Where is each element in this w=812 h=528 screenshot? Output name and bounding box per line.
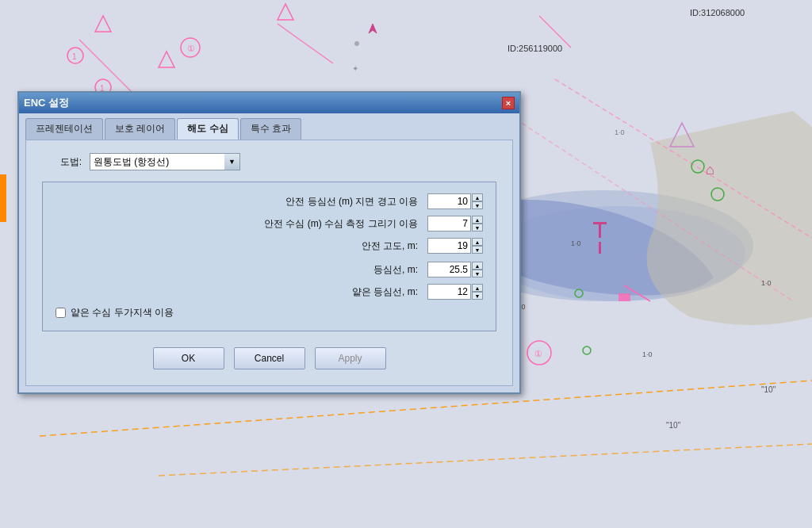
tab-presentation[interactable]: 프레젠테이션 [25,118,103,140]
field-row-1: 안전 등심선 (m) 지면 경고 이용 ▲ ▼ [56,193,483,209]
tab-protection-layer[interactable]: 보호 레이어 [105,118,175,140]
dialog-content: 도법: 원통도법 (항정선) ▼ 안전 등심선 (m) 지면 경고 이용 ▲ ▼ [25,140,513,386]
spin-down-4[interactable]: ▼ [472,270,483,277]
spin-group-1: ▲ ▼ [427,193,483,209]
svg-text:"10": "10" [761,385,776,394]
spin-group-5: ▲ ▼ [427,284,483,300]
field-label-4: 등심선, m: [56,263,427,277]
spin-down-1[interactable]: ▼ [472,201,483,209]
field-row-5: 얕은 등심선, m: ▲ ▼ [56,284,483,300]
main-fields-section: 안전 등심선 (m) 지면 경고 이용 ▲ ▼ 안전 수심 (m) 수심 측정 … [42,182,496,331]
svg-text:"10": "10" [666,421,681,430]
spin-buttons-2: ▲ ▼ [472,216,483,231]
map-id-label-1: ID:256119000 [508,44,562,53]
ok-button[interactable]: OK [153,347,224,369]
spin-up-1[interactable]: ▲ [472,193,483,201]
spin-buttons-4: ▲ ▼ [472,262,483,277]
svg-text:1·0: 1·0 [761,279,772,287]
spin-up-3[interactable]: ▲ [472,238,483,246]
spin-down-5[interactable]: ▼ [472,292,483,300]
close-button[interactable]: × [502,97,515,109]
orange-sidebar-bar [0,174,6,222]
svg-rect-23 [593,222,607,224]
field-row-4: 등심선, m: ▲ ▼ [56,262,483,277]
spin-group-2: ▲ ▼ [427,216,483,231]
svg-text:①: ① [187,44,195,53]
spin-down-2[interactable]: ▼ [472,224,483,231]
svg-text:1·0: 1·0 [642,350,653,358]
dialog-title-bar: ENC 설정 × [19,93,519,113]
checkbox-label: 얕은 수심 두가지색 이용 [71,306,174,319]
spin-up-2[interactable]: ▲ [472,216,483,224]
field-input-1[interactable] [427,193,471,209]
spin-buttons-5: ▲ ▼ [472,284,483,300]
tab-chart-depth[interactable]: 해도 수심 [177,118,238,140]
spin-group-3: ▲ ▼ [427,238,483,254]
dialog-title: ENC 설정 [24,96,69,110]
map-id-label-2: ID:312068000 [690,8,745,17]
spin-buttons-1: ▲ ▼ [472,193,483,209]
field-row-3: 안전 고도, m: ▲ ▼ [56,238,483,254]
cancel-button[interactable]: Cancel [234,347,305,369]
field-label-2: 안전 수심 (m) 수심 측정 그리기 이용 [56,217,427,231]
dropdown-arrow-icon[interactable]: ▼ [224,153,240,170]
shallow-water-checkbox[interactable] [56,308,66,318]
field-label-1: 안전 등심선 (m) 지면 경고 이용 [56,195,427,209]
dobeop-label: 도법: [42,155,82,169]
svg-text:①: ① [534,349,542,358]
svg-text:✦: ✦ [352,64,358,73]
svg-rect-25 [619,293,630,301]
spin-buttons-3: ▲ ▼ [472,238,483,254]
dobeop-dropdown-wrapper: 원통도법 (항정선) ▼ [90,153,240,170]
svg-text:⌂: ⌂ [706,162,714,178]
svg-text:1: 1 [72,52,77,61]
svg-point-19 [354,41,359,46]
field-label-5: 얕은 등심선, m: [56,285,427,299]
checkbox-row: 얕은 수심 두가지색 이용 [56,306,483,319]
dobeop-row: 도법: 원통도법 (항정선) ▼ [42,153,496,170]
svg-text:1·0: 1·0 [571,239,581,247]
spin-up-4[interactable]: ▲ [472,262,483,270]
spin-group-4: ▲ ▼ [427,262,483,277]
dobeop-select[interactable]: 원통도법 (항정선) [90,153,240,170]
field-label-3: 안전 고도, m: [56,239,427,253]
field-input-4[interactable] [427,262,471,277]
spin-down-3[interactable]: ▼ [472,246,483,254]
svg-rect-24 [599,242,601,254]
field-input-5[interactable] [427,284,471,300]
field-input-2[interactable] [427,216,471,231]
enc-settings-dialog: ENC 설정 × 프레젠테이션 보호 레이어 해도 수심 특수 효과 도법: 원… [17,91,521,394]
field-row-2: 안전 수심 (m) 수심 측정 그리기 이용 ▲ ▼ [56,216,483,231]
button-row: OK Cancel Apply [42,339,496,373]
field-input-3[interactable] [427,238,471,254]
tabs-row: 프레젠테이션 보호 레이어 해도 수심 특수 효과 [19,113,519,140]
apply-button[interactable]: Apply [315,347,386,369]
tab-special-effects[interactable]: 특수 효과 [240,118,301,140]
spin-up-5[interactable]: ▲ [472,284,483,292]
svg-text:1·0: 1·0 [615,128,625,136]
